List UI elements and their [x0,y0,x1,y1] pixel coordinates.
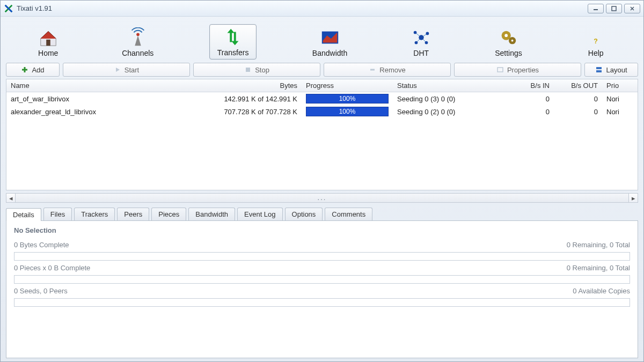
bytes-complete-label: 0 Bytes Complete [14,241,69,249]
col-progress[interactable]: Progress [302,82,393,90]
col-name[interactable]: Name [6,82,167,90]
layout-label: Layout [606,66,627,74]
tab-peers[interactable]: Peers [117,208,149,220]
nav-channels[interactable]: Channels [114,25,161,60]
details-heading: No Selection [14,226,630,234]
details-panel: No Selection 0 Bytes Complete 0 Remainin… [6,220,638,358]
play-icon [114,66,121,73]
scroll-left-icon[interactable]: ◂ [6,193,16,203]
bytes-remaining-label: 0 Remaining, 0 Total [567,241,630,249]
scroll-right-icon[interactable]: ▸ [628,193,638,203]
layout-button[interactable]: Layout [584,63,638,77]
col-bs-out[interactable]: B/s OUT [554,82,602,90]
grid-body: art_of_war_librivox 142.991 K of 142.991… [6,92,638,190]
col-priority[interactable]: Prio [602,82,634,90]
nav-help-label: Help [588,49,604,57]
svg-rect-21 [497,68,503,72]
nav-home-label: Home [38,49,58,57]
transfers-grid: Name Bytes Progress Status B/s IN B/s OU… [6,79,638,190]
remove-button[interactable]: Remove [324,63,451,77]
remove-label: Remove [379,66,405,74]
tab-files[interactable]: Files [43,208,72,220]
col-bytes[interactable]: Bytes [167,82,302,90]
cell-name: art_of_war_librivox [6,95,167,103]
stop-button[interactable]: Stop [193,63,320,77]
cell-bs-in: 0 [506,108,554,116]
cell-bytes: 707.728 K of 707.728 K [167,108,302,116]
maximize-button[interactable] [606,4,622,13]
grid-header: Name Bytes Progress Status B/s IN B/s OU… [6,79,638,92]
close-button[interactable] [624,4,640,13]
svg-rect-22 [596,67,602,69]
dht-icon [411,27,432,48]
start-button[interactable]: Start [63,63,190,77]
properties-label: Properties [507,66,539,74]
stop-label: Stop [255,66,269,74]
properties-icon [496,66,504,73]
svg-rect-1 [612,6,616,11]
transfer-row[interactable]: alexander_great_ld_librivox 707.728 K of… [6,105,638,118]
help-icon: ? [585,27,606,48]
gear-icon [497,27,519,48]
nav-help[interactable]: ? Help [577,25,614,60]
nav-channels-label: Channels [122,49,153,57]
svg-point-12 [414,41,418,45]
cell-status: Seeding 0 (3) 0 (0) [393,95,506,103]
main-nav: Home Channels Transfers Bandwidth DHT Se… [1,17,643,63]
nav-bandwidth-label: Bandwidth [312,49,347,57]
tab-options[interactable]: Options [285,208,323,220]
action-bar: Add Start Stop Remove Properties Layout [1,63,643,79]
cell-name: alexander_great_ld_librivox [6,108,167,116]
svg-point-10 [413,31,416,34]
cell-bs-in: 0 [506,95,554,103]
svg-rect-19 [246,68,250,72]
tab-details[interactable]: Details [6,208,41,221]
tab-event-log[interactable]: Event Log [237,208,283,220]
pieces-progress-bar [14,275,630,284]
start-label: Start [125,66,139,74]
col-status[interactable]: Status [393,82,506,90]
svg-point-13 [425,41,428,45]
nav-home[interactable]: Home [30,25,67,60]
tab-comments[interactable]: Comments [325,208,372,220]
svg-point-11 [426,32,429,35]
cell-status: Seeding 0 (2) 0 (0) [393,108,506,116]
svg-text:?: ? [594,38,598,45]
nav-settings[interactable]: Settings [487,25,530,60]
app-window: Tixati v1.91 Home Channels Transfers Ban… [0,0,644,362]
cell-bs-out: 0 [554,108,602,116]
nav-transfers[interactable]: Transfers [209,24,257,60]
transfer-row[interactable]: art_of_war_librivox 142.991 K of 142.991… [6,92,638,105]
titlebar: Tixati v1.91 [1,1,643,17]
home-icon [38,27,59,48]
tab-pieces[interactable]: Pieces [151,208,186,220]
tab-bandwidth[interactable]: Bandwidth [188,208,235,220]
progress-bar: 100% [306,107,389,116]
progress-bar: 100% [306,94,389,104]
cell-progress: 100% [302,93,393,105]
svg-point-17 [511,40,514,42]
svg-point-9 [419,35,424,40]
nav-bandwidth[interactable]: Bandwidth [305,25,355,60]
bytes-progress-bar [14,252,630,261]
pieces-complete-label: 0 Pieces x 0 B Complete [14,264,90,272]
details-pieces-row: 0 Pieces x 0 B Complete 0 Remaining, 0 T… [14,264,630,272]
tab-trackers[interactable]: Trackers [74,208,115,220]
available-copies-label: 0 Available Copies [573,287,630,295]
window-title: Tixati v1.91 [17,4,586,12]
nav-transfers-label: Transfers [217,48,249,57]
availability-bar [14,298,630,307]
seeds-peers-label: 0 Seeds, 0 Peers [14,287,68,295]
horizontal-scrollbar[interactable]: ◂ ▸ [6,193,638,203]
app-icon [4,4,13,13]
add-button[interactable]: Add [6,63,60,77]
properties-button[interactable]: Properties [454,63,581,77]
details-bytes-row: 0 Bytes Complete 0 Remaining, 0 Total [14,241,630,249]
minimize-button[interactable] [588,4,604,13]
scroll-track[interactable] [16,193,628,203]
pieces-remaining-label: 0 Remaining, 0 Total [567,264,630,272]
col-bs-in[interactable]: B/s IN [506,82,554,90]
svg-point-15 [505,34,508,37]
nav-dht[interactable]: DHT [403,25,440,60]
antenna-icon [127,27,149,48]
